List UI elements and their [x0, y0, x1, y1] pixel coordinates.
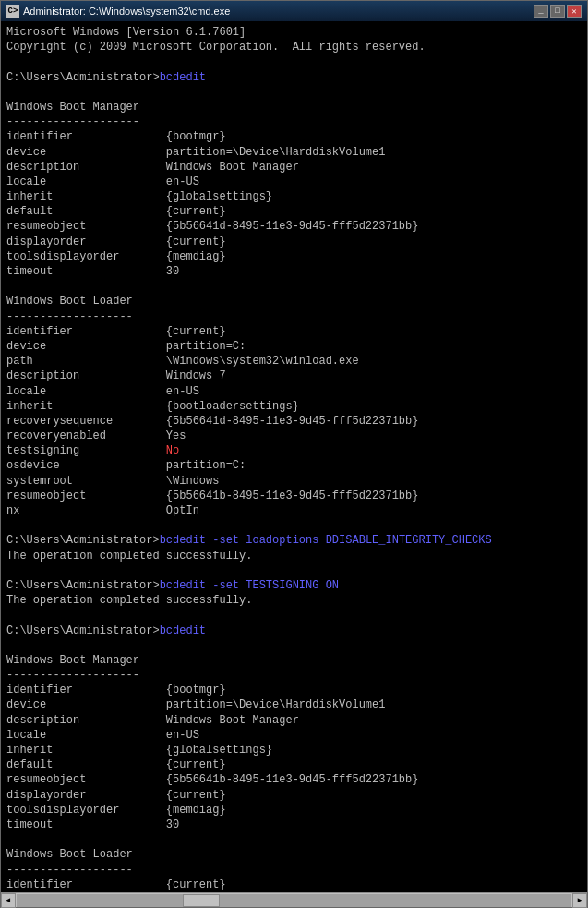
line-bl-recen: recoveryenabled Yes	[6, 429, 582, 443]
title-bar-text: Administrator: C:\Windows\system32\cmd.e…	[23, 6, 534, 17]
line-bm2-locale: locale en-US	[6, 728, 582, 743]
line-bl-resumeobj: resumeobject {5b56641b-8495-11e3-9d45-ff…	[6, 489, 582, 503]
line-sep-2: -------------------	[6, 309, 582, 324]
line-blank-4	[6, 518, 582, 533]
minimize-button[interactable]: _	[534, 5, 548, 18]
line-bm2-desc: description Windows Boot Manager	[6, 713, 582, 728]
line-version: Microsoft Windows [Version 6.1.7601]	[6, 25, 582, 40]
line-bl-osdev: osdevice partition=C:	[6, 458, 582, 473]
line-cmd3: C:\Users\Administrator>bcdedit -set TEST…	[6, 578, 582, 593]
line-bl-desc: description Windows 7	[6, 369, 582, 383]
line-sep-1: --------------------	[6, 115, 582, 129]
line-bl-id: identifier {current}	[6, 324, 582, 339]
line-copyright: Copyright (c) 2009 Microsoft Corporation…	[6, 40, 582, 54]
line-blank-8	[6, 832, 582, 847]
console-output: Microsoft Windows [Version 6.1.7601] Cop…	[1, 21, 587, 892]
scroll-right-button[interactable]: ►	[572, 893, 587, 908]
line-bm2-id: identifier {bootmgr}	[6, 683, 582, 697]
scrollbar-track[interactable]	[17, 894, 571, 907]
line-bl-device: device partition=C:	[6, 339, 582, 354]
line-op-success-2: The operation completed successfully.	[6, 593, 582, 608]
line-boot-loader-title-2: Windows Boot Loader	[6, 847, 582, 862]
line-cmd1: C:\Users\Administrator>bcdedit	[6, 70, 582, 85]
maximize-button[interactable]: □	[550, 5, 565, 18]
window-icon: C>	[6, 5, 19, 18]
line-bl-sysroot: systemroot \Windows	[6, 474, 582, 489]
close-button[interactable]: ✕	[567, 5, 582, 18]
line-bl2-id: identifier {current}	[6, 878, 582, 892]
scrollbar-thumb[interactable]	[183, 894, 220, 907]
line-bm-toolsdisp: toolsdisplayorder {memdiag}	[6, 249, 582, 264]
line-bm-disporder: displayorder {current}	[6, 235, 582, 249]
line-bm-id: identifier {bootmgr}	[6, 129, 582, 144]
line-op-success-1: The operation completed successfully.	[6, 549, 582, 563]
scrollbar-horizontal[interactable]: ◄ ►	[1, 892, 587, 907]
line-bm2-timeout: timeout 30	[6, 817, 582, 832]
line-bm2-device: device partition=\Device\HarddiskVolume1	[6, 697, 582, 712]
line-cmd4: C:\Users\Administrator>bcdedit	[6, 623, 582, 638]
line-boot-loader-title-1: Windows Boot Loader	[6, 294, 582, 309]
line-blank-5	[6, 563, 582, 578]
line-sep-3: --------------------	[6, 668, 582, 683]
line-boot-manager-title-2: Windows Boot Manager	[6, 653, 582, 668]
line-blank-2	[6, 85, 582, 100]
line-bl-inherit: inherit {bootloadersettings}	[6, 399, 582, 414]
line-bm-desc: description Windows Boot Manager	[6, 160, 582, 175]
line-bm-inherit: inherit {globalsettings}	[6, 189, 582, 204]
line-boot-manager-title-1: Windows Boot Manager	[6, 100, 582, 115]
line-bm2-toolsdisp: toolsdisplayorder {memdiag}	[6, 803, 582, 817]
line-blank-7	[6, 638, 582, 653]
line-bl-path: path \Windows\system32\winload.exe	[6, 354, 582, 369]
line-blank-1	[6, 54, 582, 69]
line-blank-3	[6, 279, 582, 294]
line-bm-locale: locale en-US	[6, 175, 582, 189]
line-cmd2: C:\Users\Administrator>bcdedit -set load…	[6, 533, 582, 548]
line-bm-device: device partition=\Device\HarddiskVolume1	[6, 145, 582, 160]
title-bar: C> Administrator: C:\Windows\system32\cm…	[1, 1, 587, 21]
cmd-window: C> Administrator: C:\Windows\system32\cm…	[0, 0, 588, 908]
line-bm2-default: default {current}	[6, 757, 582, 772]
line-sep-4: -------------------	[6, 863, 582, 878]
line-bm2-disporder: displayorder {current}	[6, 788, 582, 803]
title-bar-buttons: _ □ ✕	[534, 5, 582, 18]
line-bm2-resumeobj: resumeobject {5b56641b-8495-11e3-9d45-ff…	[6, 772, 582, 787]
line-bl-testsign1: testsigning No	[6, 443, 582, 458]
line-bl-recseq: recoverysequence {5b56641d-8495-11e3-9d4…	[6, 414, 582, 429]
line-bl-nx: nx OptIn	[6, 503, 582, 518]
scroll-left-button[interactable]: ◄	[1, 893, 16, 908]
line-bm-timeout: timeout 30	[6, 264, 582, 279]
line-bl-locale: locale en-US	[6, 384, 582, 399]
line-bm-default: default {current}	[6, 204, 582, 219]
line-bm-resumeobj: resumeobject {5b56641d-8495-11e3-9d45-ff…	[6, 219, 582, 234]
line-blank-6	[6, 608, 582, 623]
line-bm2-inherit: inherit {globalsettings}	[6, 743, 582, 757]
